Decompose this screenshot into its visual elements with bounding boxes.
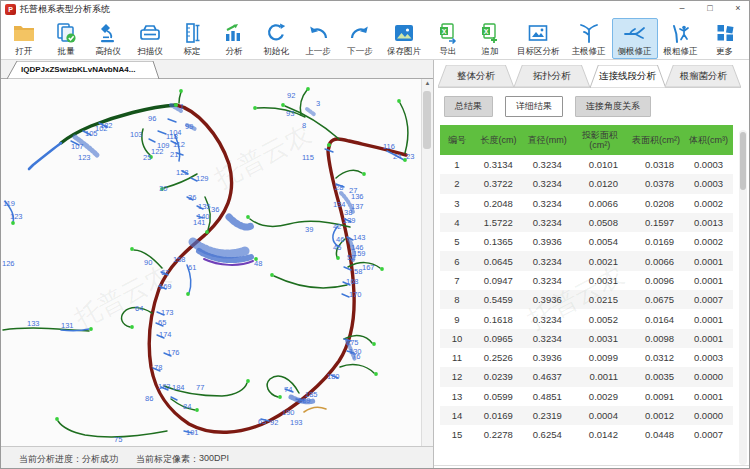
toolbar-button-label: 批量 [58, 46, 75, 58]
toolbar-button-label: 打开 [16, 46, 33, 58]
toolbar-button-label: 初始化 [263, 46, 289, 58]
table-row[interactable]: 10.31340.32340.01010.03180.0003 [440, 155, 733, 174]
table-cell: 0.3234 [523, 333, 572, 344]
toolbar-button-calibrate[interactable]: 标定 [171, 18, 213, 59]
table-cell: 3 [440, 198, 474, 209]
toolbar-button-redo[interactable]: 下一步 [339, 18, 381, 59]
toolbar-button-more[interactable]: 更多 [704, 18, 746, 59]
close-button[interactable]: × [731, 1, 745, 16]
toolbar-button-main-root[interactable]: 主根修正 [566, 18, 612, 59]
table-row[interactable]: 41.57220.32340.05080.15970.0013 [440, 213, 733, 232]
toolbar-button-label: 分析 [226, 46, 243, 58]
table-cell: 0.3936 [523, 352, 572, 363]
table-row[interactable]: 20.37220.32340.01200.03780.0003 [440, 174, 733, 193]
table-cell: 9 [440, 314, 474, 325]
root-segment-label: 74 [284, 385, 292, 394]
left-panel-scrollbar[interactable]: ▲ [421, 79, 433, 446]
table-row[interactable]: 80.54590.39360.02150.06750.0007 [440, 290, 733, 309]
table-cell: 0.0003 [684, 178, 733, 189]
status-bar: 当前分析进度： 分析成功 当前标定像素： 300DPI [1, 446, 433, 469]
table-row[interactable]: 140.01690.23190.00040.00120.0000 [440, 406, 733, 425]
table-cell: 0.0007 [684, 294, 733, 305]
toolbar-button-label: 扫描仪 [137, 46, 163, 58]
root-thickness-icon [669, 20, 693, 46]
column-header: 直径(mm) [523, 135, 572, 145]
root-drawing: 1961821021051071231032512299104118112109… [1, 79, 421, 446]
root-segment-label: 193 [290, 418, 303, 427]
minimize-button[interactable]: – [675, 1, 689, 16]
table-row[interactable]: 130.05990.48510.00290.00910.0001 [440, 387, 733, 406]
root-segment-label: 39 [305, 225, 313, 234]
root-segment-label: 45 [333, 243, 341, 252]
table-cell: 0.0011 [572, 371, 628, 382]
table-cell: 12 [440, 371, 474, 382]
root-image-canvas[interactable]: 托普云农 托普云农 [1, 79, 433, 446]
root-segment-label: 84 [183, 402, 191, 411]
root-segment-label: 116 [383, 142, 395, 151]
table-row[interactable]: 150.22780.62540.01420.04480.0007 [440, 425, 733, 444]
result-button-1[interactable]: 总结果 [444, 96, 493, 117]
table-scrollbar-thumb[interactable] [740, 132, 746, 190]
root-segment-label: 170 [349, 290, 362, 299]
table-row[interactable]: 90.16180.32340.00520.01640.0001 [440, 309, 733, 328]
table-row[interactable]: 120.02390.46370.00110.00350.0000 [440, 367, 733, 386]
table-cell: 8 [440, 294, 474, 305]
table-cell: 0.0312 [628, 352, 684, 363]
root-segment-label: 128 [176, 168, 189, 177]
main-root-icon [577, 20, 601, 46]
more-icon [713, 20, 737, 46]
table-cell: 0.0169 [474, 410, 523, 421]
column-header: 表面积(cm²) [628, 135, 684, 145]
toolbar-button-folder-open[interactable]: 打开 [3, 18, 45, 59]
toolbar-button-root-thickness[interactable]: 根粗修正 [658, 18, 704, 59]
root-segment-label: 143 [353, 233, 366, 242]
tab-1[interactable]: 整体分析 [438, 65, 514, 87]
root-segment-label: 126 [2, 259, 15, 268]
toolbar-button-export[interactable]: X导出 [427, 18, 469, 59]
toolbar-button-scanner[interactable]: 扫描仪 [129, 18, 171, 59]
result-button-2[interactable]: 详细结果 [505, 96, 563, 117]
toolbar-button-undo[interactable]: 上一步 [297, 18, 339, 59]
left-scrollbar-thumb[interactable] [423, 91, 431, 149]
toolbar-button-lateral-root[interactable]: 侧根修正 [612, 18, 658, 59]
toolbar-button-doc-camera[interactable]: 高拍仪 [87, 18, 129, 59]
table-cell: 7 [440, 275, 474, 286]
table-row[interactable]: 110.25260.39360.00990.03120.0003 [440, 348, 733, 367]
toolbar-button-append[interactable]: X追加 [469, 18, 511, 59]
table-row[interactable]: 30.20480.32340.00660.02080.0002 [440, 194, 733, 213]
scroll-up-icon[interactable]: ▲ [422, 80, 433, 86]
root-segment-label: 135 [198, 202, 211, 211]
toolbar-button-save-image[interactable]: 保存图片 [381, 18, 427, 59]
export-icon: X [436, 20, 460, 46]
root-segment-label: 123 [10, 212, 23, 221]
table-cell: 0.0000 [684, 410, 733, 421]
toolbar-button-initialize[interactable]: 初始化 [255, 18, 297, 59]
maximize-button[interactable]: □ [703, 1, 717, 16]
table-cell: 0.0002 [684, 236, 733, 247]
table-cell: 0.0035 [628, 371, 684, 382]
toolbar-button-target-area[interactable]: 目标区分析 [511, 18, 566, 59]
result-button-3[interactable]: 连接角度关系 [575, 96, 651, 117]
dpi-label: 当前标定像素： [136, 453, 199, 466]
toolbar-button-label: 导出 [440, 46, 457, 58]
table-row[interactable]: 50.13650.39360.00540.01690.0002 [440, 232, 733, 251]
dpi-value: 300DPI [199, 453, 229, 466]
tab-2[interactable]: 拓扑分析 [514, 65, 590, 87]
table-row[interactable]: 60.06450.32340.00210.00660.0001 [440, 251, 733, 270]
tab-label: 拓扑分析 [514, 65, 590, 83]
toolbar-button-analyze[interactable]: 分析 [213, 18, 255, 59]
root-segment-label: 176 [167, 348, 180, 357]
table-row[interactable]: 100.09650.32340.00310.00980.0001 [440, 329, 733, 348]
table-row[interactable]: 70.09470.32340.00310.00960.0001 [440, 271, 733, 290]
image-tab[interactable]: IQDPJxZSwizbKLvNAvbNA4... [7, 61, 165, 79]
tab-3[interactable]: 连接线段分析 [590, 65, 666, 88]
table-cell: 0.2278 [474, 429, 523, 440]
toolbar-button-batch[interactable]: 批量 [45, 18, 87, 59]
root-segment-label: 42 [333, 222, 341, 231]
table-scrollbar[interactable] [739, 130, 747, 465]
table-cell: 4 [440, 217, 474, 228]
root-segment-label: 167 [362, 263, 375, 272]
table-cell: 0.0007 [684, 429, 733, 440]
table-cell: 0.0208 [628, 198, 684, 209]
tab-4[interactable]: 根瘤菌分析 [665, 65, 741, 87]
